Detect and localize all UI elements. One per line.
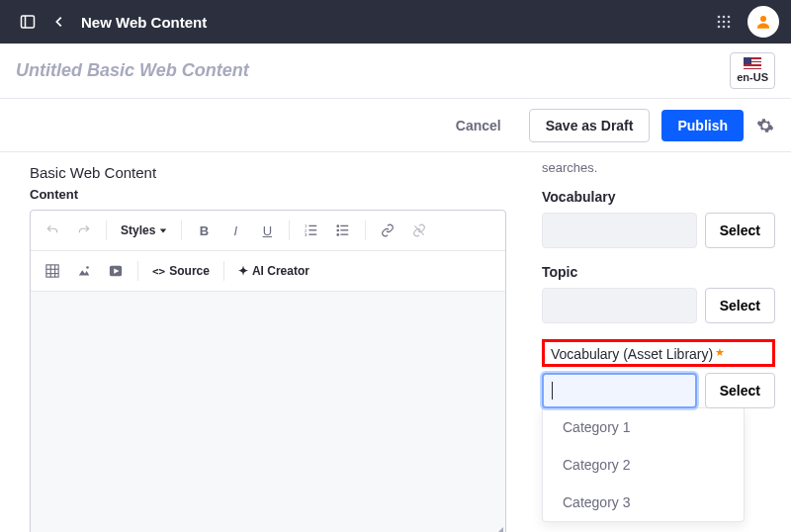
table-icon[interactable]	[39, 257, 66, 285]
category-option[interactable]: Category 2	[543, 446, 744, 484]
flag-us-icon	[744, 57, 761, 69]
video-icon[interactable]	[102, 257, 130, 285]
redo-icon	[70, 217, 98, 244]
content-label: Content	[30, 187, 506, 202]
svg-point-3	[723, 16, 726, 19]
locale-selector[interactable]: en-US	[730, 52, 775, 88]
svg-point-7	[728, 21, 731, 24]
vocab-asset-label: Vocabulary (Asset Library)★	[551, 346, 725, 362]
svg-rect-0	[22, 16, 35, 28]
topic-label: Topic	[542, 264, 775, 280]
category-option[interactable]: Category 3	[543, 484, 744, 521]
ordered-list-icon[interactable]: 123	[298, 217, 325, 244]
svg-point-21	[337, 229, 340, 232]
svg-marker-31	[79, 270, 90, 275]
vocab-asset-highlight: Vocabulary (Asset Library)★	[542, 339, 775, 367]
apps-icon[interactable]	[708, 6, 740, 38]
cancel-button[interactable]: Cancel	[440, 110, 517, 141]
link-icon[interactable]	[374, 217, 401, 244]
user-avatar[interactable]	[747, 6, 779, 38]
vocabulary-select-button[interactable]: Select	[705, 213, 775, 248]
category-dropdown: Category 1 Category 2 Category 3	[542, 407, 745, 522]
svg-point-9	[723, 26, 726, 29]
topic-input[interactable]	[542, 288, 697, 323]
vocab-asset-input[interactable]	[542, 373, 697, 408]
topic-select-button[interactable]: Select	[705, 288, 775, 323]
svg-point-4	[728, 16, 731, 19]
svg-rect-18	[309, 234, 317, 235]
required-star-icon: ★	[715, 346, 725, 358]
locale-code: en-US	[737, 71, 768, 83]
header-title: New Web Content	[81, 14, 207, 31]
svg-rect-24	[341, 234, 349, 235]
svg-text:3: 3	[305, 232, 308, 237]
source-button[interactable]: <>Source	[146, 264, 216, 278]
editor-textarea[interactable]	[31, 292, 505, 532]
styles-dropdown[interactable]: Styles	[115, 223, 173, 237]
svg-rect-14	[309, 225, 317, 226]
unlink-icon	[405, 217, 433, 244]
svg-rect-16	[309, 229, 317, 230]
unordered-list-icon[interactable]	[329, 217, 357, 244]
svg-point-2	[718, 16, 721, 19]
svg-point-8	[718, 26, 721, 29]
underline-icon[interactable]: U	[253, 217, 281, 244]
svg-rect-22	[341, 229, 349, 230]
page-title[interactable]: Untitled Basic Web Content	[16, 60, 730, 81]
back-icon[interactable]	[44, 6, 75, 38]
hint-text: searches.	[542, 160, 775, 175]
svg-point-19	[337, 224, 340, 227]
sidebar-toggle-icon[interactable]	[12, 6, 44, 38]
undo-icon	[39, 217, 66, 244]
svg-point-6	[723, 21, 726, 24]
category-option[interactable]: Category 1	[543, 408, 744, 446]
svg-point-32	[86, 266, 89, 269]
svg-point-10	[728, 26, 731, 29]
vocabulary-input[interactable]	[542, 213, 697, 248]
settings-icon[interactable]	[755, 116, 775, 135]
italic-icon[interactable]: I	[221, 217, 249, 244]
vocab-asset-select-button[interactable]: Select	[705, 373, 775, 408]
svg-rect-26	[46, 265, 58, 277]
vocabulary-label: Vocabulary	[542, 189, 775, 205]
svg-marker-12	[160, 228, 166, 232]
rich-text-editor: Styles B I U 123 <>Source ✦AI Creator	[30, 210, 506, 532]
svg-point-23	[337, 233, 340, 236]
structure-name: Basic Web Content	[30, 164, 506, 181]
svg-rect-20	[341, 225, 349, 226]
svg-point-5	[718, 21, 721, 24]
save-draft-button[interactable]: Save as Draft	[529, 109, 651, 142]
publish-button[interactable]: Publish	[661, 110, 744, 141]
bold-icon[interactable]: B	[190, 217, 218, 244]
resize-handle-icon[interactable]	[493, 527, 503, 532]
ai-creator-button[interactable]: ✦AI Creator	[232, 264, 315, 278]
image-icon[interactable]	[70, 257, 98, 285]
svg-point-11	[760, 16, 766, 22]
